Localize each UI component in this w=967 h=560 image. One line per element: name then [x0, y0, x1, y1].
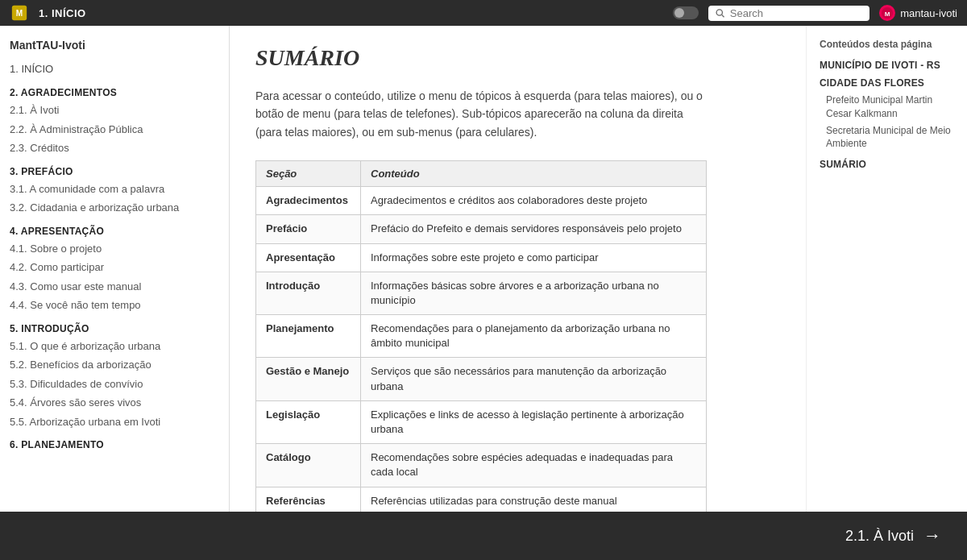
right-sidebar-municipio[interactable]: MUNICÍPIO DE IVOTI - RS	[820, 60, 954, 71]
table-row: PlanejamentoRecomendações para o planeja…	[256, 315, 707, 358]
topnav: M 1. INÍCIO M mantau-ivoti	[0, 0, 967, 26]
footer-arrow-icon[interactable]: →	[923, 525, 941, 546]
sidebar-item-3-1[interactable]: 3.1. A comunidade com a palavra	[10, 180, 219, 199]
sidebar-item-2-2[interactable]: 2.2. À Administração Pública	[10, 120, 219, 139]
sidebar-item-3-2[interactable]: 3.2. Cidadania e arborização urbana	[10, 198, 219, 218]
table-header-section: Seção	[256, 161, 361, 187]
svg-text:M: M	[16, 9, 23, 18]
sidebar-title: MantTAU-Ivoti	[10, 39, 219, 52]
right-sidebar-secretaria[interactable]: Secretaria Municipal de Meio Ambiente	[820, 122, 954, 153]
topnav-title: 1. INÍCIO	[39, 7, 663, 19]
sidebar-item-4-3[interactable]: 4.3. Como usar este manual	[10, 277, 219, 297]
table-cell-section-8: Referências	[256, 487, 361, 512]
table-cell-section-4: Planejamento	[256, 315, 361, 358]
topnav-brand: M mantau-ivoti	[879, 5, 957, 21]
right-sidebar-title: Conteúdos desta página	[820, 39, 954, 50]
page-title: SUMÁRIO	[255, 45, 780, 71]
svg-line-3	[722, 15, 724, 17]
search-input[interactable]	[730, 7, 863, 19]
sidebar-item-inicio[interactable]: 1. INÍCIO	[10, 60, 219, 79]
sidebar-item-5-3[interactable]: 5.3. Dificuldades de convívio	[10, 375, 219, 394]
table-cell-section-1: Prefácio	[256, 215, 361, 243]
table-cell-content-5: Serviços que são necessários para manute…	[361, 358, 707, 400]
table-row: Gestão e ManejoServiços que são necessár…	[256, 358, 707, 400]
table-header-content: Conteúdo	[361, 161, 707, 187]
footer: 2.1. À Ivoti →	[0, 512, 967, 560]
table-row: AgradecimentosAgradecimentos e créditos …	[256, 187, 707, 215]
footer-next-label[interactable]: 2.1. À Ivoti	[845, 528, 914, 545]
table-cell-content-6: Explicações e links de acesso à legislaç…	[361, 400, 707, 443]
summary-table: Seção Conteúdo AgradecimentosAgradecimen…	[255, 160, 707, 512]
sidebar-item-5-1[interactable]: 5.1. O que é arborização urbana	[10, 337, 219, 356]
table-cell-content-8: Referências utilizadas para construção d…	[361, 487, 707, 512]
table-cell-content-3: Informações básicas sobre árvores e a ar…	[361, 272, 707, 314]
search-box[interactable]	[708, 6, 869, 21]
sidebar-item-4-4[interactable]: 4.4. Se você não tem tempo	[10, 296, 219, 315]
table-cell-section-2: Apresentação	[256, 243, 361, 272]
right-sidebar-sumario[interactable]: SUMÁRIO	[820, 159, 954, 170]
toggle-switch[interactable]	[673, 6, 699, 19]
sidebar-item-planejamento[interactable]: 6. PLANEJAMENTO	[10, 439, 219, 450]
table-cell-content-0: Agradecimentos e créditos aos colaborado…	[361, 187, 707, 215]
sidebar-item-5-5[interactable]: 5.5. Arborização urbana em Ivoti	[10, 413, 219, 432]
table-cell-section-6: Legislação	[256, 400, 361, 443]
sidebar-item-4-2[interactable]: 4.2. Como participar	[10, 258, 219, 277]
table-row: LegislaçãoExplicações e links de acesso …	[256, 400, 707, 443]
table-cell-content-4: Recomendações para o planejamento da arb…	[361, 315, 707, 358]
main-layout: MantTAU-Ivoti 1. INÍCIO 2. AGRADECIMENTO…	[0, 26, 967, 512]
sidebar-item-5-2[interactable]: 5.2. Benefícios da arborização	[10, 355, 219, 375]
table-row: ApresentaçãoInformações sobre este proje…	[256, 243, 707, 272]
brand-name: mantau-ivoti	[900, 7, 957, 19]
table-cell-section-3: Introdução	[256, 272, 361, 314]
table-row: ReferênciasReferências utilizadas para c…	[256, 487, 707, 512]
sidebar-item-2-1[interactable]: 2.1. À Ivoti	[10, 101, 219, 120]
table-cell-content-1: Prefácio do Prefeito e demais servidores…	[361, 215, 707, 243]
sidebar-item-introducao[interactable]: 5. INTRODUÇÃO	[10, 323, 219, 334]
svg-point-2	[716, 10, 722, 15]
right-sidebar-cidade[interactable]: CIDADE DAS FLORES	[820, 77, 954, 89]
table-cell-section-7: Catálogo	[256, 444, 361, 487]
right-sidebar-prefeito[interactable]: Prefeito Municipal Martin Cesar Kalkmann	[820, 92, 954, 122]
svg-text:M: M	[885, 10, 890, 18]
sidebar-item-prefacio[interactable]: 3. PREFÁCIO	[10, 166, 219, 177]
sidebar-item-agradecimentos[interactable]: 2. AGRADECIMENTOS	[10, 87, 219, 98]
table-cell-section-5: Gestão e Manejo	[256, 358, 361, 400]
table-row: IntroduçãoInformações básicas sobre árvo…	[256, 272, 707, 314]
main-content: SUMÁRIO Para acessar o conteúdo, utilize…	[230, 26, 806, 512]
sidebar-item-5-4[interactable]: 5.4. Árvores são seres vivos	[10, 393, 219, 413]
topnav-logo: M	[10, 3, 29, 23]
page-intro: Para acessar o conteúdo, utilize o menu …	[255, 87, 707, 141]
sidebar-item-4-1[interactable]: 4.1. Sobre o projeto	[10, 239, 219, 259]
right-sidebar: Conteúdos desta página MUNICÍPIO DE IVOT…	[806, 26, 967, 512]
sidebar-item-2-3[interactable]: 2.3. Créditos	[10, 139, 219, 158]
table-row: PrefácioPrefácio do Prefeito e demais se…	[256, 215, 707, 243]
left-sidebar: MantTAU-Ivoti 1. INÍCIO 2. AGRADECIMENTO…	[0, 26, 230, 512]
sidebar-item-apresentacao[interactable]: 4. APRESENTAÇÃO	[10, 226, 219, 237]
table-cell-content-7: Recomendações sobre espécies adequadas e…	[361, 444, 707, 487]
table-cell-content-2: Informações sobre este projeto e como pa…	[361, 243, 707, 272]
table-cell-section-0: Agradecimentos	[256, 187, 361, 215]
table-row: CatálogoRecomendações sobre espécies ade…	[256, 444, 707, 487]
search-icon	[715, 7, 725, 19]
brand-logo-icon: M	[879, 5, 895, 21]
